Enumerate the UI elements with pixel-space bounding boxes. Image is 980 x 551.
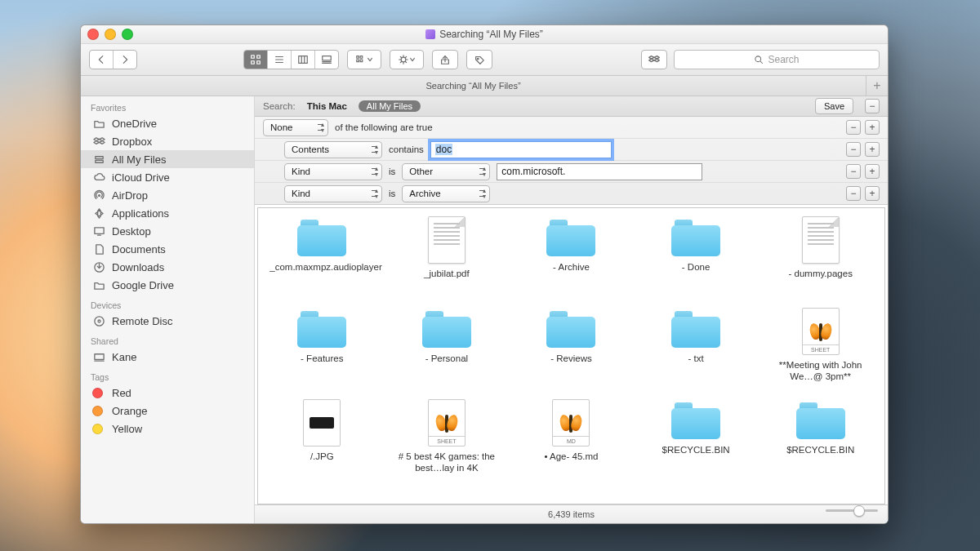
criteria-attribute-popup[interactable]: Kind▴▾ [284,185,382,202]
sidebar-item-all-my-files[interactable]: All My Files [81,150,254,168]
view-column-button[interactable] [292,51,315,69]
criteria-value-input[interactable]: com.microsoft. [497,163,702,180]
criteria-row: Kind▴▾isArchive▴▾−+ [255,183,888,204]
criteria-value-popup[interactable]: Other▴▾ [402,163,490,180]
result-item-label: _com.maxmpz.audioplayer [270,261,374,273]
result-item-label: • Age- 45.md [544,451,598,462]
sidebar-item-label: AirDrop [112,189,148,202]
sidebar-tag-yellow[interactable]: Yellow [81,420,254,438]
sidebar-item-label: Yellow [112,423,142,435]
criteria-value-input[interactable]: doc [430,141,612,158]
documents-icon [92,242,105,256]
folder-icon [796,402,845,440]
tags-button[interactable] [466,50,492,69]
result-item[interactable]: $RECYCLE.BIN [760,399,881,489]
share-button[interactable] [432,50,458,69]
svg-rect-16 [360,60,363,62]
svg-rect-13 [357,56,359,59]
tab-bar: Searching “All My Files” + [81,76,888,96]
result-item[interactable]: - Personal [386,308,508,398]
sidebar-item-kane[interactable]: Kane [81,348,254,366]
dropbox-toolbar-button[interactable] [641,50,667,69]
root-compound-popup[interactable]: None▴▾ [263,119,328,136]
result-item-label: /.JPG [310,451,334,462]
svg-line-23 [405,61,406,62]
sidebar-tag-orange[interactable]: Orange [81,402,254,420]
sidebar-item-desktop[interactable]: Desktop [81,222,254,240]
sidebar: Favorites OneDriveDropboxAll My FilesiCl… [81,96,255,523]
forward-button[interactable] [114,51,136,69]
view-icon-button[interactable] [244,51,268,69]
tab-search[interactable]: Searching “All My Files” [81,76,866,96]
results-area[interactable]: _com.maxmpz.audioplayer_jubilat.pdf- Arc… [257,207,885,504]
sidebar-item-downloads[interactable]: Downloads [81,258,254,276]
remove-criteria-button[interactable]: − [865,99,880,113]
finder-window: Searching “All My Files” Search [80,24,889,524]
result-item[interactable]: SHEET# 5 best 4K games: the best…lay in … [386,399,508,489]
sidebar-tag-red[interactable]: Red [81,384,254,402]
action-button[interactable] [390,50,424,69]
result-item-label: **Meeting with John We…@ 3pm** [768,359,873,383]
sidebar-item-onedrive[interactable]: OneDrive [81,114,254,132]
svg-rect-10 [323,56,332,60]
disc-icon [92,314,105,327]
result-item-label: - Features [301,353,343,364]
result-item[interactable]: /.JPG [261,399,383,489]
result-item[interactable]: SHEET**Meeting with John We…@ 3pm** [760,308,881,398]
icon-size-slider[interactable] [826,509,878,512]
airdrop-icon [92,189,105,202]
svg-point-36 [94,316,103,325]
result-item[interactable]: - txt [635,308,757,398]
result-item[interactable]: $RECYCLE.BIN [635,399,757,489]
back-button[interactable] [90,51,114,69]
save-search-button[interactable]: Save [815,98,853,114]
sidebar-item-google-drive[interactable]: Google Drive [81,276,254,294]
sidebar-section-shared: Shared [81,330,254,348]
criteria-add-button[interactable]: + [865,186,880,201]
minimize-button[interactable] [105,29,116,40]
allmyfiles-icon [92,153,105,166]
close-button[interactable] [87,29,99,40]
result-item[interactable]: - Done [635,216,757,306]
sidebar-item-icloud-drive[interactable]: iCloud Drive [81,168,254,186]
view-list-button[interactable] [268,51,292,69]
folder-icon [92,278,105,291]
search-field[interactable]: Search [674,50,880,69]
tag-dot-icon [92,424,103,434]
sidebar-item-airdrop[interactable]: AirDrop [81,186,254,204]
sidebar-item-applications[interactable]: Applications [81,204,254,222]
svg-marker-30 [654,56,659,60]
criteria-operator: is [389,189,395,198]
criteria-attribute-popup[interactable]: Contents▴▾ [284,141,382,158]
sidebar-item-label: Downloads [112,261,164,273]
criteria-remove-button[interactable]: − [846,142,861,157]
dropbox-icon [92,135,105,148]
scope-all-my-files[interactable]: All My Files [359,100,421,112]
criteria-remove-button[interactable]: − [846,164,861,179]
result-item[interactable]: - Archive [510,216,632,306]
new-tab-button[interactable]: + [866,76,888,96]
result-item[interactable]: - dummy.pages [760,216,881,306]
result-item[interactable]: _jubilat.pdf [386,216,508,306]
sidebar-item-remote-disc[interactable]: Remote Disc [81,312,254,330]
result-item[interactable]: MD• Age- 45.md [510,399,632,489]
sidebar-item-documents[interactable]: Documents [81,240,254,258]
root-add-button[interactable]: + [865,120,880,135]
scope-this-mac[interactable]: This Mac [307,101,347,111]
criteria-value-popup[interactable]: Archive▴▾ [402,185,490,202]
criteria-add-button[interactable]: + [865,142,880,157]
arrange-button[interactable] [347,50,381,69]
root-remove-button[interactable]: − [846,120,861,135]
result-item[interactable]: _com.maxmpz.audioplayer [261,216,383,306]
criteria-add-button[interactable]: + [865,164,880,179]
view-coverflow-button[interactable] [315,51,338,69]
criteria-attribute-popup[interactable]: Kind▴▾ [284,163,382,180]
fullscreen-button[interactable] [122,29,133,40]
svg-marker-29 [649,56,654,60]
result-item[interactable]: - Features [261,308,383,398]
sidebar-item-dropbox[interactable]: Dropbox [81,132,254,150]
result-item[interactable]: - Reviews [510,308,632,398]
cloud-icon [92,171,105,184]
criteria-remove-button[interactable]: − [846,186,861,201]
result-item-label: - Done [682,261,710,273]
